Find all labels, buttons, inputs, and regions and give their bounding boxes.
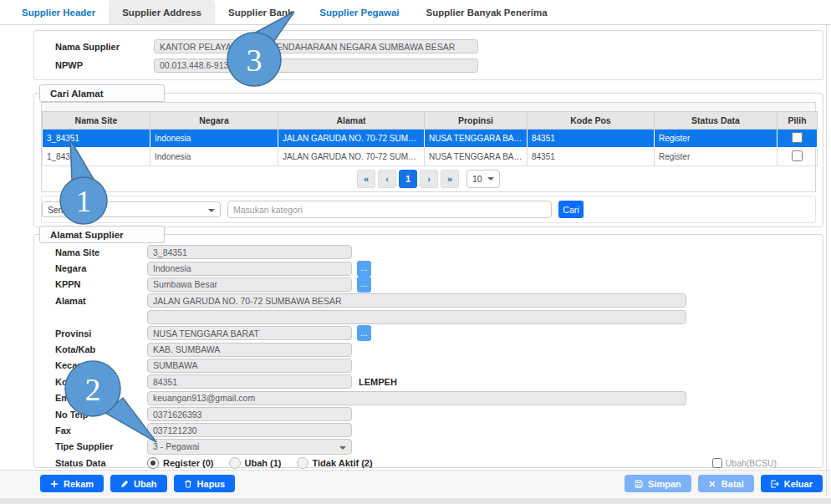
cell-kode-pos: 84351: [528, 148, 655, 166]
ubah-button[interactable]: Ubah: [110, 475, 167, 492]
chevron-down-icon: [208, 209, 215, 212]
tipe-supplier-select[interactable]: 3 - Pegawai: [147, 439, 352, 455]
cell-negara: Indonesia: [150, 130, 278, 148]
ubah-bcsu-label: Ubah(BCSU): [726, 458, 777, 468]
exit-icon: [771, 480, 779, 488]
radio-dot: [297, 457, 308, 469]
radio-tidak-aktif-label: Tidak Aktif (2): [313, 458, 373, 468]
pagination-first-button[interactable]: «: [357, 170, 375, 188]
pagination-page-1[interactable]: 1: [399, 170, 417, 188]
search-filter-value: Semua: [48, 205, 75, 215]
right-divider: [826, 25, 827, 497]
col-propinsi: Propinsi: [425, 112, 528, 130]
negara-input[interactable]: [147, 262, 352, 276]
negara-label: Negara: [55, 263, 147, 273]
keluar-label: Keluar: [784, 479, 813, 489]
row-select-checkbox[interactable]: [792, 132, 803, 143]
radio-tidak-aktif[interactable]: Tidak Aktif (2): [297, 457, 373, 469]
chevron-down-icon: [339, 446, 346, 450]
alamat-supplier-section: Alamat Supplier Nama Site Negara ... KPP…: [33, 234, 823, 468]
supplier-header-panel: Nama Supplier NPWP: [33, 30, 823, 80]
col-nama-site: Nama Site: [43, 112, 150, 130]
batal-label: Batal: [721, 479, 744, 489]
col-pilih: Pilih: [777, 112, 818, 130]
search-input[interactable]: [227, 201, 552, 218]
tab-supplier-banyak-penerima[interactable]: Supplier Banyak Penerima: [413, 0, 561, 24]
page-bottom-strip: [0, 498, 831, 504]
no-telp-label: No Telp: [55, 410, 147, 420]
radio-ubah-label: Ubah (1): [245, 458, 282, 468]
pagination-prev-button[interactable]: ‹: [378, 170, 396, 188]
kppn-input[interactable]: [147, 277, 352, 292]
pagination-last-button[interactable]: »: [441, 170, 459, 188]
simpan-button[interactable]: Simpan: [625, 475, 691, 492]
provinsi-input[interactable]: [147, 326, 352, 340]
address-grid: Nama Site Negara Alamat Propinsi Kode Po…: [41, 102, 816, 192]
pagination-next-button[interactable]: ›: [420, 170, 438, 188]
kecamatan-input[interactable]: [147, 359, 352, 373]
tab-supplier-header[interactable]: Supplier Header: [8, 0, 109, 24]
kppn-label: KPPN: [55, 279, 147, 289]
table-row[interactable]: 1_84351 Indonesia JALAN GARUDA NO. 70-72…: [43, 148, 818, 166]
alamat-input-1[interactable]: [147, 293, 686, 308]
kode-pos-input[interactable]: [147, 374, 352, 389]
kode-pos-label: Kode Pos: [55, 377, 147, 387]
kota-kab-label: Kota/Kab: [55, 344, 147, 354]
radio-ubah[interactable]: Ubah (1): [229, 457, 282, 469]
plus-icon: [50, 480, 59, 488]
pagination: « ‹ 1 › » 10: [42, 166, 815, 191]
search-filter-select[interactable]: Semua: [42, 201, 221, 217]
kppn-lookup-button[interactable]: ...: [357, 277, 371, 293]
footer-toolbar: Rekam Ubah Hapus Simpan Batal Kelua: [0, 470, 831, 496]
tipe-supplier-value: 3 - Pegawai: [153, 441, 199, 451]
nama-supplier-input[interactable]: [154, 39, 478, 53]
cari-alamat-section: Cari Alamat Nama Site Negara Alamat Prop…: [33, 93, 823, 227]
table-row[interactable]: 3_84351 Indonesia JALAN GARUDA NO. 70-72…: [43, 130, 818, 148]
kota-kab-input[interactable]: [147, 343, 352, 357]
col-kode-pos: Kode Pos: [528, 112, 655, 130]
alamat-input-2[interactable]: [147, 310, 686, 324]
save-icon: [635, 480, 643, 488]
rekam-label: Rekam: [64, 479, 94, 489]
trash-icon: [184, 480, 192, 488]
negara-lookup-button[interactable]: ...: [357, 261, 371, 277]
cell-alamat: JALAN GARUDA NO. 70-72 SUMBAWA BESAR: [278, 148, 425, 166]
cell-status-data: Register: [655, 148, 777, 166]
hapus-button[interactable]: Hapus: [174, 475, 236, 492]
cell-kode-pos: 84351: [528, 130, 655, 148]
keluar-button[interactable]: Keluar: [761, 475, 823, 492]
page-size-value: 10: [472, 174, 482, 184]
npwp-input[interactable]: [154, 59, 478, 73]
npwp-label: NPWP: [55, 60, 154, 70]
alamat-supplier-legend: Alamat Supplier: [39, 226, 165, 243]
status-data-radio-group: Register (0) Ubah (1) Tidak Aktif (2) Ub…: [147, 457, 823, 469]
nama-site-label: Nama Site: [55, 247, 147, 257]
col-alamat: Alamat: [278, 112, 425, 130]
radio-dot: [229, 457, 241, 469]
fax-input[interactable]: [147, 423, 352, 437]
tab-bar: Supplier Header Supplier Address Supplie…: [0, 0, 831, 25]
grid-header-row: Nama Site Negara Alamat Propinsi Kode Po…: [43, 112, 818, 130]
provinsi-lookup-button[interactable]: ...: [357, 325, 371, 341]
tab-supplier-bank[interactable]: Supplier Bank: [215, 0, 306, 24]
email-input[interactable]: [147, 391, 686, 405]
tab-supplier-pegawai[interactable]: Supplier Pegawai: [306, 0, 412, 24]
cari-button[interactable]: Cari: [558, 201, 584, 218]
row-select-checkbox[interactable]: [792, 150, 803, 161]
ubah-bcsu-checkbox[interactable]: [712, 458, 722, 468]
rekam-button[interactable]: Rekam: [40, 475, 104, 492]
no-telp-input[interactable]: [147, 407, 352, 421]
ubah-bcsu-checkbox-wrap: Ubah(BCSU): [712, 458, 777, 468]
tab-supplier-address[interactable]: Supplier Address: [109, 0, 215, 24]
radio-dot: [147, 457, 159, 469]
nama-site-input[interactable]: [147, 245, 352, 259]
page-size-select[interactable]: 10: [466, 170, 500, 188]
radio-register[interactable]: Register (0): [147, 457, 214, 469]
cell-status-data: Register: [655, 130, 777, 148]
x-icon: [708, 480, 716, 488]
batal-button[interactable]: Batal: [698, 475, 754, 492]
col-negara: Negara: [150, 112, 278, 130]
status-data-label: Status Data: [55, 458, 147, 468]
cell-negara: Indonesia: [150, 148, 278, 166]
ubah-label: Ubah: [134, 479, 157, 489]
